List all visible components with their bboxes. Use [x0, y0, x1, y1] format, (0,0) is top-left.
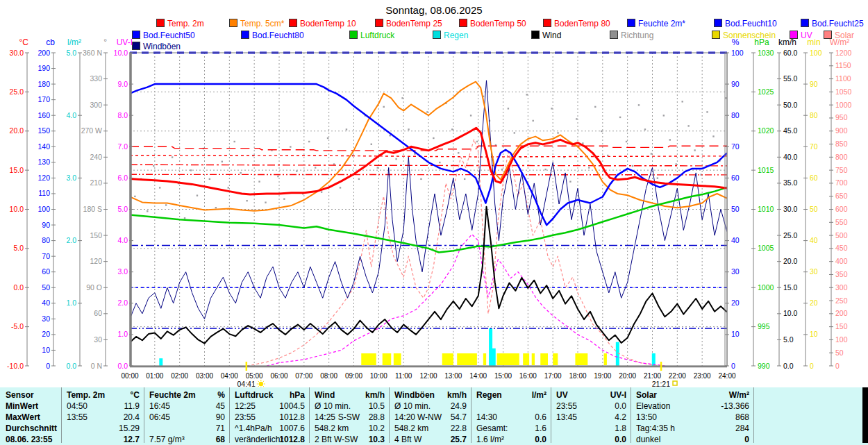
wind-direction-dot — [588, 167, 590, 168]
table-row-label: Sensor — [6, 390, 34, 400]
table-cell-text: 16:45 — [149, 401, 170, 411]
svg-text:min: min — [807, 37, 820, 47]
wind-direction-dot — [234, 141, 235, 142]
wind-direction-dot — [240, 172, 241, 174]
wind-direction-dot — [358, 178, 360, 180]
sunshine-bar — [540, 353, 548, 365]
sunshine-bar — [442, 353, 453, 365]
svg-text:700: 700 — [835, 178, 848, 187]
wind-direction-dot — [651, 153, 652, 154]
wind-direction-dot — [283, 198, 285, 199]
table-cell-text: 14:30 — [476, 412, 497, 422]
wind-direction-dot — [277, 176, 278, 177]
wind-direction-dot — [340, 187, 341, 188]
table-column-unit: km/h — [365, 390, 385, 400]
table-column-header: Temp. 2m — [67, 390, 105, 400]
svg-text:1015: 1015 — [758, 166, 774, 174]
svg-text:15.0: 15.0 — [10, 166, 24, 174]
wind-direction-dot — [569, 180, 571, 182]
table-cell-text: 13:45 — [556, 412, 577, 422]
wind-direction-dot — [687, 125, 689, 126]
svg-text:00:00: 00:00 — [121, 372, 138, 380]
svg-text:90: 90 — [42, 221, 50, 229]
wind-direction-dot — [433, 137, 434, 139]
table-cell-value: 868 — [735, 412, 749, 422]
svg-text:04:00: 04:00 — [221, 372, 238, 380]
svg-text:-10.0: -10.0 — [7, 362, 24, 370]
svg-text:900: 900 — [835, 126, 848, 135]
svg-text:70: 70 — [810, 142, 818, 151]
svg-text:10.0: 10.0 — [783, 309, 798, 317]
rain-bar — [489, 328, 492, 366]
axis-cb: cb20019018017016015014013012011010090807… — [37, 37, 56, 370]
svg-text:l/m²: l/m² — [67, 37, 81, 47]
sunshine-bar — [483, 353, 486, 365]
wind-direction-dot — [551, 108, 552, 109]
svg-text:20.0: 20.0 — [10, 126, 24, 135]
svg-text:10: 10 — [731, 330, 740, 338]
wind-direction-dot — [215, 207, 217, 208]
svg-text:07:00: 07:00 — [295, 372, 312, 380]
wind-direction-dot — [458, 152, 459, 153]
table-cell-text: 548.2 km — [394, 423, 428, 433]
table-cell-value: 1.6 — [535, 423, 546, 433]
svg-text:70: 70 — [731, 142, 740, 151]
wind-direction-dot — [663, 115, 665, 116]
svg-text:0: 0 — [46, 362, 50, 370]
table-cell-value: 25.7 — [451, 435, 467, 444]
sunshine-bar — [497, 353, 519, 365]
table-column-divider — [753, 387, 754, 443]
svg-text:-5.0: -5.0 — [11, 322, 24, 330]
svg-text:160: 160 — [37, 111, 50, 119]
svg-text:250: 250 — [835, 296, 848, 305]
wind-direction-dot — [346, 128, 347, 130]
table-cell-value: 1012.8 — [279, 412, 305, 422]
sunshine-bar — [383, 353, 392, 365]
axis-min: min1009080706050403020100 — [803, 37, 822, 370]
svg-text:5.0: 5.0 — [13, 244, 24, 252]
svg-text:800: 800 — [835, 153, 848, 161]
svg-text:7.0: 7.0 — [117, 142, 128, 151]
table-column-divider — [551, 387, 551, 443]
table-cell-value: 0 — [744, 435, 749, 444]
wind-direction-dot — [172, 156, 173, 158]
wind-direction-dot — [439, 162, 440, 163]
wind-direction-dot — [371, 144, 372, 145]
svg-text:0.0: 0.0 — [117, 362, 128, 370]
sunshine-bar — [604, 353, 607, 365]
svg-text:02:00: 02:00 — [171, 372, 188, 380]
sun-down-icon — [673, 381, 677, 385]
svg-text:15.0: 15.0 — [783, 283, 798, 292]
table-column-header: Wind — [315, 390, 335, 400]
wind-direction-dot — [544, 169, 546, 170]
wind-direction-dot — [712, 135, 714, 137]
svg-text:1200: 1200 — [835, 49, 852, 57]
table-cell-value: 11.9 — [124, 401, 140, 411]
svg-text:170: 170 — [37, 95, 50, 103]
wind-direction-dot — [582, 142, 583, 144]
svg-text:300: 300 — [90, 101, 102, 109]
sunshine-bar — [457, 353, 477, 365]
wind-direction-dot — [514, 132, 515, 133]
table-row-label: 08.06. 23:55 — [6, 435, 52, 444]
svg-text:0: 0 — [810, 362, 814, 370]
table-right-edge — [862, 387, 868, 443]
svg-text:4.0: 4.0 — [117, 236, 128, 244]
svg-text:13:00: 13:00 — [444, 372, 462, 380]
table-cell-text: 06:45 — [149, 412, 170, 422]
wind-direction-dot — [383, 106, 385, 108]
svg-text:%: % — [732, 37, 740, 47]
sunshine-bar — [575, 353, 587, 365]
table-cell-value: 12.7 — [124, 435, 140, 444]
svg-text:25.0: 25.0 — [10, 87, 24, 96]
svg-text:2.0: 2.0 — [117, 299, 128, 307]
svg-text:100: 100 — [835, 335, 848, 344]
table-cell-value: 20.4 — [124, 412, 140, 422]
table-column-header: Regen — [476, 390, 502, 400]
svg-text:990: 990 — [758, 362, 770, 370]
table-cell-value: 0.0 — [615, 435, 626, 444]
svg-text:330: 330 — [90, 74, 102, 83]
svg-text:140: 140 — [37, 142, 50, 151]
svg-text:12:00: 12:00 — [419, 372, 437, 380]
sun-icon — [259, 382, 263, 386]
